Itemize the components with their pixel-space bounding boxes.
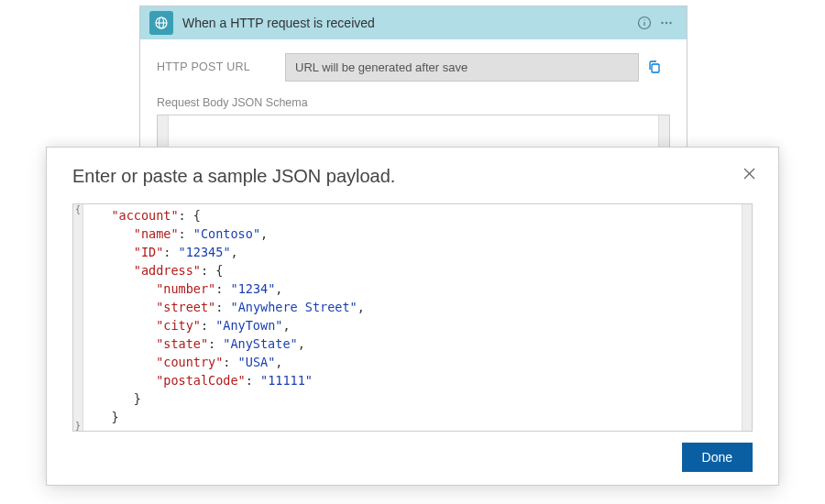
- more-icon[interactable]: [655, 12, 677, 34]
- http-trigger-card: When a HTTP request is received HTTP POS…: [139, 5, 688, 170]
- svg-point-8: [669, 22, 671, 24]
- svg-rect-9: [652, 64, 659, 72]
- trigger-header[interactable]: When a HTTP request is received: [140, 6, 687, 39]
- done-button[interactable]: Done: [682, 443, 753, 472]
- dialog-title: Enter or paste a sample JSON payload.: [72, 166, 753, 187]
- json-payload-editor[interactable]: { } "account": { "name": "Contoso", "ID"…: [72, 203, 753, 432]
- info-icon[interactable]: [633, 12, 655, 34]
- copy-icon[interactable]: [639, 52, 670, 82]
- url-row: HTTP POST URL URL will be generated afte…: [157, 52, 670, 82]
- url-field: URL will be generated after save: [285, 53, 639, 82]
- svg-point-6: [661, 22, 663, 24]
- fold-close-icon[interactable]: }: [74, 421, 82, 431]
- svg-point-7: [666, 22, 667, 24]
- editor-scrollbar[interactable]: [742, 204, 752, 431]
- code-content[interactable]: "account": { "name": "Contoso", "ID": "1…: [83, 204, 742, 431]
- fold-open-icon[interactable]: {: [74, 204, 82, 214]
- sample-payload-dialog: Enter or paste a sample JSON payload. { …: [46, 147, 779, 486]
- svg-point-5: [644, 19, 644, 20]
- editor-gutter: { }: [73, 204, 83, 431]
- dialog-footer: Done: [72, 443, 753, 472]
- http-globe-icon: [149, 11, 173, 35]
- url-label: HTTP POST URL: [157, 60, 285, 73]
- close-icon[interactable]: [736, 160, 762, 186]
- trigger-title: When a HTTP request is received: [182, 16, 633, 30]
- schema-label: Request Body JSON Schema: [157, 96, 670, 109]
